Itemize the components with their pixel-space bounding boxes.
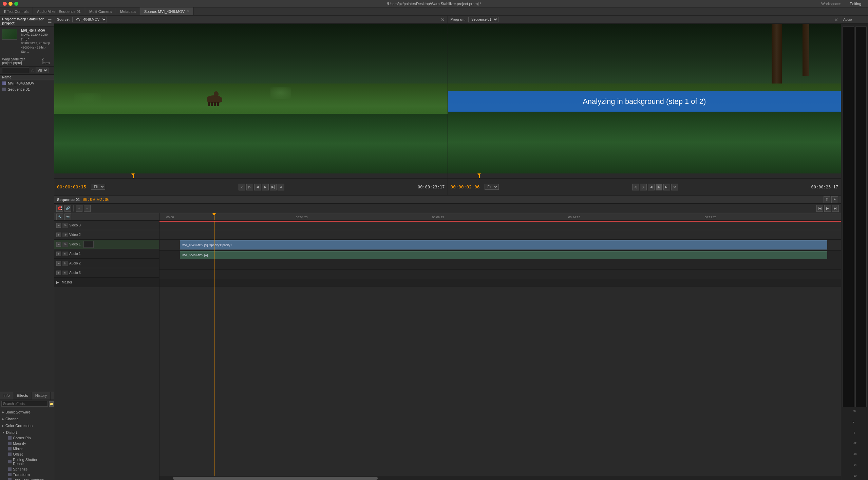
- effect-spherize[interactable]: Spherize: [2, 466, 52, 472]
- timeline-step-fwd-button[interactable]: ▶|: [832, 205, 839, 212]
- timeline-remove-track-button[interactable]: −: [84, 205, 91, 212]
- effect-group-channel-header[interactable]: ▶ Channel: [2, 416, 52, 422]
- new-folder-icon[interactable]: 📁: [49, 401, 54, 407]
- program-monitor-dropdown[interactable]: Sequence 01: [468, 17, 498, 22]
- a1-toggle[interactable]: ▶: [56, 252, 61, 256]
- tab-history[interactable]: History: [32, 392, 51, 400]
- v3-toggle[interactable]: ▶: [56, 223, 61, 228]
- track-row-master[interactable]: [159, 279, 841, 287]
- camera-icon[interactable]: 📷: [64, 214, 71, 220]
- timeline-snap-button[interactable]: 🧲: [56, 205, 63, 212]
- source-scrubber-bar[interactable]: [54, 173, 448, 178]
- timeline-step-back-button[interactable]: |◀: [816, 205, 823, 212]
- program-scrubber-bar[interactable]: [448, 173, 841, 178]
- search-in-label: In:: [31, 69, 34, 72]
- mark-out-button[interactable]: ▷: [246, 184, 253, 190]
- timeline-link-button[interactable]: 🔗: [64, 205, 71, 212]
- workspace-value[interactable]: Editing: [850, 2, 861, 6]
- effect-group-channel: ▶ Channel: [0, 416, 54, 422]
- track-row-v1[interactable]: MVI_4048.MOV [V] Opacity:Opacity •: [159, 240, 841, 251]
- effect-offset[interactable]: Offset: [2, 451, 52, 457]
- tab-multi-camera[interactable]: Multi-Camera: [85, 7, 116, 15]
- effect-mirror[interactable]: Mirror: [2, 446, 52, 451]
- timeline-play-button[interactable]: ▶: [824, 205, 831, 212]
- prog-play-button[interactable]: ▶: [656, 184, 662, 190]
- video-clip-block[interactable]: MVI_4048.MOV [V] Opacity:Opacity •: [180, 240, 827, 250]
- search-scope-dropdown[interactable]: All: [36, 68, 49, 73]
- play-button[interactable]: ▶: [262, 184, 269, 190]
- prog-mark-out-button[interactable]: ▷: [640, 184, 647, 190]
- master-expand-icon[interactable]: ▶: [56, 280, 59, 284]
- maximize-button[interactable]: [14, 2, 18, 6]
- tab-effect-controls[interactable]: Effect Controls: [0, 7, 33, 15]
- meter-right: [855, 26, 867, 407]
- timeline-add-track-button[interactable]: +: [76, 205, 82, 212]
- v3-visible-button[interactable]: 👁: [62, 223, 68, 228]
- effect-magnify[interactable]: Magnify: [2, 441, 52, 446]
- source-monitor-close-icon[interactable]: ✕: [441, 17, 445, 22]
- effect-transform[interactable]: Transform: [2, 472, 52, 477]
- tab-audio-mixer[interactable]: Audio Mixer: Sequence 01: [33, 7, 85, 15]
- step-back-button[interactable]: ◀: [254, 184, 261, 190]
- close-button[interactable]: [3, 2, 7, 6]
- timeline-add-icon[interactable]: +: [831, 196, 838, 203]
- track-row-a1[interactable]: MVI_4048.MOV [A]: [159, 251, 841, 260]
- v2-toggle[interactable]: ▶: [56, 233, 61, 237]
- source-monitor-video: [54, 24, 448, 173]
- effect-turbulent-displace[interactable]: Turbulent Displace: [2, 477, 52, 480]
- workspace-label: Workspace:: [821, 2, 841, 6]
- tab-source[interactable]: Source: MVI_4048.MOV ✕: [140, 7, 194, 15]
- project-item-sequence[interactable]: Sequence 01: [0, 86, 54, 92]
- a1-mute-button[interactable]: M: [62, 252, 68, 256]
- track-row-v2[interactable]: [159, 230, 841, 240]
- a3-mute-button[interactable]: M: [62, 271, 68, 275]
- effect-group-distort-header[interactable]: ▼ Distort: [2, 430, 52, 435]
- timeline-settings-icon[interactable]: ⚙: [824, 196, 830, 203]
- prog-loop-button[interactable]: ↺: [671, 184, 678, 190]
- timeline-scrollbar[interactable]: [159, 476, 841, 480]
- a2-mute-button[interactable]: M: [62, 261, 68, 266]
- tab-effects[interactable]: Effects: [13, 392, 32, 400]
- track-row-v3[interactable]: [159, 221, 841, 230]
- tab-close-icon[interactable]: ✕: [187, 10, 189, 13]
- tab-info[interactable]: Info: [0, 392, 13, 400]
- wrench-icon[interactable]: 🔧: [56, 214, 63, 220]
- ruler-04-23: 00:04:23: [296, 216, 308, 219]
- v2-visible-button[interactable]: 👁: [62, 233, 68, 237]
- bottom-left-panel: Info Effects History 📁 ★ 🗑 ▶: [0, 392, 54, 480]
- effect-group-boinx-header[interactable]: ▶ Boinx Software: [2, 409, 52, 415]
- v1-toggle[interactable]: ▶: [56, 242, 61, 247]
- prog-mark-in-button[interactable]: ◁: [632, 184, 639, 190]
- program-monitor-close-icon[interactable]: ✕: [834, 17, 838, 22]
- track-rows: MVI_4048.MOV [V] Opacity:Opacity • MVI_4…: [159, 221, 841, 476]
- track-row-a2[interactable]: [159, 260, 841, 270]
- a2-toggle[interactable]: ▶: [56, 261, 61, 266]
- source-fit-dropdown[interactable]: Fit: [91, 184, 105, 190]
- effect-rolling-shutter[interactable]: Rolling Shutter Repair: [2, 457, 52, 466]
- project-search-input[interactable]: [2, 68, 29, 73]
- window-controls[interactable]: [3, 2, 18, 6]
- effect-corner-pin[interactable]: Corner Pin: [2, 435, 52, 441]
- source-monitor-dropdown[interactable]: MVI_4048.MOV: [72, 17, 107, 22]
- step-fwd-button[interactable]: ▶|: [270, 184, 277, 190]
- audio-clip-block[interactable]: MVI_4048.MOV [A]: [180, 251, 827, 259]
- effect-icon: [8, 478, 12, 480]
- scroll-thumb[interactable]: [173, 477, 377, 480]
- track-row-a3[interactable]: [159, 270, 841, 279]
- mark-in-button[interactable]: ◁: [239, 184, 245, 190]
- track-label-v1: ▶ 👁 Video 1: [54, 240, 159, 249]
- timeline-ruler[interactable]: 00:00 00:04:23 00:09:23 00:14:23 00:19:2…: [159, 213, 841, 221]
- program-fit-dropdown[interactable]: Fit: [485, 184, 499, 190]
- a3-toggle[interactable]: ▶: [56, 271, 61, 275]
- effect-group-color: ▶ Color Correction: [0, 422, 54, 429]
- tab-metadata[interactable]: Metadata: [116, 7, 140, 15]
- prog-step-back-button[interactable]: ◀: [648, 184, 655, 190]
- panel-menu-icon[interactable]: ☰: [48, 18, 52, 24]
- minimize-button[interactable]: [8, 2, 13, 6]
- loop-button[interactable]: ↺: [278, 184, 284, 190]
- prog-step-fwd-button[interactable]: ▶|: [663, 184, 670, 190]
- v1-visible-button[interactable]: 👁: [62, 242, 68, 247]
- effects-search-input[interactable]: [1, 401, 48, 407]
- effect-group-color-header[interactable]: ▶ Color Correction: [2, 423, 52, 428]
- project-item-mov[interactable]: MVI_4048.MOV: [0, 80, 54, 86]
